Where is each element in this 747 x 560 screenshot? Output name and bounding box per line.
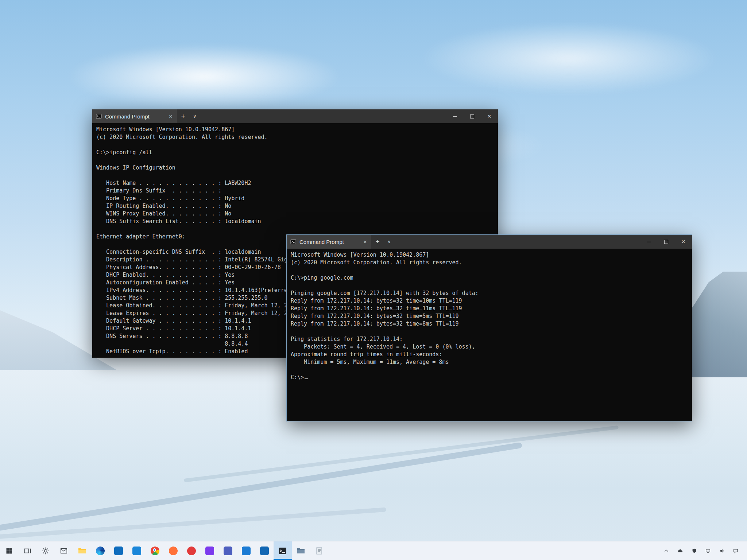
firefox-icon [169,547,178,555]
terminal-output[interactable]: Microsoft Windows [Version 10.0.19042.86… [287,249,692,384]
terminal-line: Pinging google.com [172.217.10.14] with … [291,289,688,297]
minimize-icon [647,242,651,242]
terminal-line: C:\>ping google.com [291,274,688,282]
taskbar-slack-icon[interactable] [201,541,219,560]
cloud-decoration [66,44,343,109]
taskbar-store-icon[interactable] [109,541,128,560]
terminal-line [291,328,688,335]
taskbar-firefox-icon[interactable] [164,541,182,560]
terminal-line: Reply from 172.217.10.14: bytes=32 time=… [291,312,688,320]
taskbar-chrome-icon[interactable] [146,541,164,560]
window-command-prompt-ping: Command Prompt × + ∨ × Microsoft Windows… [286,234,692,421]
terminal-line: Microsoft Windows [Version 10.0.19042.86… [96,126,494,133]
taskbar-task-view-icon[interactable] [18,541,36,560]
taskbar-opera-icon[interactable] [182,541,201,560]
new-tab-button[interactable]: + [177,109,189,123]
terminal-line: Ping statistics for 172.217.10.14: [291,335,688,343]
start-button[interactable] [0,541,18,560]
tab-command-prompt[interactable]: Command Prompt × [92,109,177,123]
file-explorer-icon [77,546,87,556]
terminal-line: Host Name . . . . . . . . . . . . : LABW… [96,179,494,187]
titlebar-drag-area[interactable] [395,235,640,249]
taskbar-outlook-icon[interactable] [255,541,274,560]
slack-icon [205,547,214,555]
taskbar-vscode-icon[interactable] [237,541,255,560]
window-titlebar[interactable]: Command Prompt × + ∨ × [287,235,692,249]
terminal-line: Primary Dns Suffix . . . . . . . : [96,187,494,195]
terminal-line: IP Routing Enabled. . . . . . . . : No [96,202,494,210]
opera-icon [187,547,196,555]
terminal-line [96,156,494,164]
terminal-line: Microsoft Windows [Version 10.0.19042.86… [291,251,688,259]
tab-command-prompt[interactable]: Command Prompt × [287,235,371,249]
taskbar-folder-icon[interactable] [292,541,310,560]
new-tab-button[interactable]: + [371,235,384,249]
chrome-icon [151,547,159,555]
tray-volume-icon[interactable] [716,541,728,560]
terminal-icon [278,546,287,556]
tab-dropdown-icon[interactable]: ∨ [384,235,395,249]
taskbar-pinned-apps [18,541,328,560]
terminal-line: Approximate round trip times in milli-se… [291,351,688,358]
tab-title: Command Prompt [299,239,359,245]
taskbar-notepad-icon[interactable] [310,541,328,560]
windows-logo-icon [4,546,14,556]
taskbar-settings-icon[interactable] [36,541,55,560]
cmd-icon [290,239,296,245]
desktop[interactable]: Command Prompt × + ∨ × Microsoft Windows… [0,0,747,541]
terminal-line: Reply from 172.217.10.14: bytes=32 time=… [291,320,688,328]
maximize-icon [664,240,668,244]
tab-close-icon[interactable]: × [168,113,173,120]
terminal-line: C:\>ipconfig /all [96,149,494,156]
maximize-button[interactable] [464,109,481,123]
folder-icon [296,546,306,556]
task-view-icon [23,546,32,556]
taskbar-mail-icon[interactable] [55,541,73,560]
terminal-line [96,141,494,149]
cmd-icon [96,113,102,119]
window-titlebar[interactable]: Command Prompt × + ∨ × [92,109,498,123]
tray-chevron-up-icon[interactable] [660,541,673,560]
maximize-icon [470,114,474,118]
terminal-line: (c) 2020 Microsoft Corporation. All righ… [96,133,494,141]
photos-icon [132,547,141,555]
teams-icon [224,547,232,555]
taskbar-edge-icon[interactable] [91,541,109,560]
taskbar-terminal-icon[interactable] [274,541,292,560]
terminal-line: Reply from 172.217.10.14: bytes=32 time=… [291,305,688,312]
terminal-cursor [305,378,308,379]
tray-shield-icon[interactable] [688,541,700,560]
notepad-icon [314,546,324,556]
terminal-line [291,366,688,374]
settings-icon [41,546,50,556]
close-button[interactable]: × [481,109,498,123]
tab-dropdown-icon[interactable]: ∨ [189,109,200,123]
tray-action-center-icon[interactable] [729,541,742,560]
vscode-icon [242,547,251,555]
terminal-line: Windows IP Configuration [96,164,494,172]
tab-close-icon[interactable]: × [363,239,368,245]
edge-icon [96,547,105,555]
tray-onedrive-icon[interactable] [674,541,686,560]
terminal-line [291,282,688,289]
terminal-line: (c) 2020 Microsoft Corporation. All righ… [291,259,688,267]
taskbar [0,541,747,560]
close-button[interactable]: × [675,235,692,249]
terminal-line: Reply from 172.217.10.14: bytes=32 time=… [291,297,688,305]
taskbar-photos-icon[interactable] [128,541,146,560]
taskbar-file-explorer-icon[interactable] [73,541,91,560]
terminal-line [96,172,494,179]
mail-icon [59,546,69,556]
maximize-button[interactable] [658,235,675,249]
tray-network-icon[interactable] [702,541,714,560]
terminal-line [291,267,688,274]
taskbar-teams-icon[interactable] [219,541,237,560]
chrome-center-dot [153,548,156,552]
terminal-line: C:\> [291,374,688,381]
titlebar-drag-area[interactable] [200,109,446,123]
outlook-icon [260,547,269,555]
terminal-line [96,225,494,233]
store-icon [114,547,123,555]
minimize-button[interactable] [640,235,658,249]
minimize-button[interactable] [446,109,464,123]
